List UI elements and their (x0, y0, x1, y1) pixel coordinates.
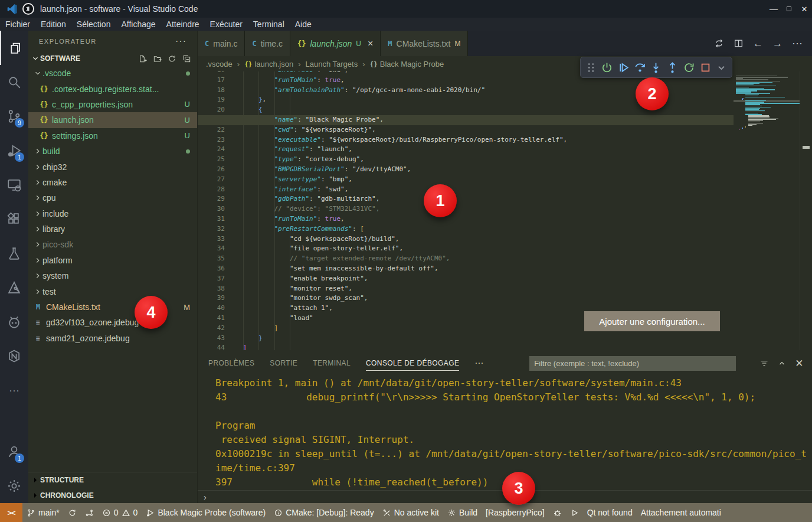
remote-indicator[interactable]: >< (0, 503, 22, 522)
tree-item-c-cpp-properties-json[interactable]: {}c_cpp_properties.jsonU (28, 97, 197, 112)
menu-item-s-lection[interactable]: Sélection (71, 18, 116, 31)
panel-more-icon[interactable]: ⋯ (474, 358, 484, 368)
tree-item-settings-json[interactable]: {}settings.jsonU (28, 128, 197, 143)
tree-item-cmakelists-txt[interactable]: MCMakeLists.txtM (28, 299, 197, 315)
status-item-play[interactable] (566, 508, 583, 517)
menu-item-terminal[interactable]: Terminal (248, 18, 290, 31)
debug-console-output[interactable]: Breakpoint 1, main () at /mnt/data/git/o… (198, 376, 812, 490)
tree-item-pico-sdk[interactable]: pico-sdk (28, 237, 197, 252)
platformio-icon[interactable] (0, 305, 28, 339)
status-item-bug[interactable] (549, 508, 566, 517)
close-icon[interactable]: ✕ (795, 358, 804, 368)
grip-icon[interactable] (585, 61, 597, 74)
tree-item-build[interactable]: build (28, 143, 197, 159)
tree-item-library[interactable]: library (28, 221, 197, 237)
tree-item-gd32vf103-ozone-jdebug[interactable]: ≡gd32vf103_ozone.jdebug (28, 315, 197, 330)
tree-item-cmake[interactable]: cmake (28, 175, 197, 190)
tree-item-cortex-debug-registers-stat[interactable]: {}.cortex-debug.registers.stat... (28, 81, 197, 96)
status-item-raspberrypico[interactable]: [RaspberryPico] (482, 508, 549, 517)
minimap[interactable] (734, 72, 800, 350)
menu-item-edition[interactable]: Edition (35, 18, 71, 31)
arrow-left-icon[interactable]: ← (753, 38, 763, 49)
status-item-sync[interactable] (64, 508, 81, 517)
new-folder-icon[interactable] (153, 54, 162, 63)
tree-item-include[interactable]: include (28, 206, 197, 221)
explorer-icon[interactable] (0, 31, 28, 65)
account-icon[interactable]: 1 (0, 435, 28, 469)
status-item-no-active-kit[interactable]: No active kit (378, 508, 443, 517)
tree-item-chip32[interactable]: chip32 (28, 159, 197, 174)
tab-time-c[interactable]: Ctime.c (245, 31, 290, 56)
collapse-all-icon[interactable] (182, 54, 191, 63)
breadcrumb-item-launch-targets[interactable]: Launch Targets (306, 60, 358, 68)
step-into-icon[interactable] (650, 61, 662, 74)
section-chronologie[interactable]: CHRONOLOGIE (28, 488, 197, 503)
continue-icon[interactable] (617, 61, 630, 74)
workspace-section-header[interactable]: SOFTWARE (28, 51, 197, 66)
panel-tab-terminal[interactable]: TERMINAL (313, 350, 351, 376)
tree-item-launch-json[interactable]: {}launch.jsonU (28, 112, 197, 128)
settings-icon[interactable] (0, 469, 28, 503)
menu-item-aide[interactable]: Aide (290, 18, 317, 31)
arrow-right-icon[interactable]: → (772, 38, 782, 49)
close-button[interactable]: ✕ (797, 0, 812, 18)
search-icon[interactable] (0, 65, 28, 99)
tree-item-test[interactable]: test (28, 283, 197, 299)
step-out-icon[interactable] (666, 61, 679, 74)
add-configuration-button[interactable]: Ajouter une configuration... (584, 311, 720, 331)
source-control-icon[interactable]: 9 (0, 99, 28, 133)
status-item-gitgraph[interactable] (81, 508, 98, 517)
panel-tab-console-de-d-bogage[interactable]: CONSOLE DE DÉBOGAGE (366, 350, 459, 376)
debug-console-filter-input[interactable] (529, 356, 736, 371)
refresh-icon[interactable] (168, 54, 176, 63)
panel-tab-probl-mes[interactable]: PROBLÈMES (208, 350, 254, 376)
breadcrumb-item-launch-json[interactable]: {}launch.json (244, 60, 293, 68)
tab-cmakelists-txt[interactable]: MCMakeLists.txtM (381, 31, 468, 56)
test-icon[interactable] (0, 236, 28, 270)
extensions-icon[interactable] (0, 202, 28, 236)
tree-item-cpu[interactable]: cpu (28, 190, 197, 205)
chevron-up-icon[interactable] (777, 358, 787, 368)
split-editor-icon[interactable] (734, 38, 744, 48)
status-item-attachement-automati[interactable]: Attachement automati (637, 508, 725, 517)
section-structure[interactable]: STRUCTURE (28, 472, 197, 488)
power-icon[interactable] (601, 61, 613, 74)
tree-item-samd21-ozone-jdebug[interactable]: ≡samd21_ozone.jdebug (28, 331, 197, 346)
code-editor[interactable]: 1617181920212223242526272829303132333435… (198, 71, 812, 350)
new-file-icon[interactable] (138, 54, 147, 63)
tab-launch-json[interactable]: {}launch.jsonU× (290, 31, 381, 56)
problems-status[interactable]: 00 (98, 508, 142, 517)
nx-icon[interactable] (0, 339, 28, 373)
menu-item-affichage[interactable]: Affichage (116, 18, 161, 31)
panel-tab-sortie[interactable]: SORTIE (270, 350, 297, 376)
step-over-icon[interactable] (634, 61, 646, 74)
chevron-down-icon[interactable] (715, 61, 728, 74)
tree-item-vscode[interactable]: .vscode (28, 66, 197, 81)
cmake-icon[interactable] (0, 270, 28, 305)
status-item-main[interactable]: main* (22, 508, 64, 517)
filter-icon[interactable] (759, 358, 769, 368)
ellipsis-icon[interactable]: ··· (792, 38, 803, 49)
overview-ruler[interactable] (800, 71, 812, 350)
tree-item-system[interactable]: system (28, 268, 197, 283)
open-changes-icon[interactable] (714, 38, 724, 48)
tab-main-c[interactable]: Cmain.c (198, 31, 245, 56)
menu-item-ex-cuter[interactable]: Exécuter (205, 18, 248, 31)
restart-icon[interactable] (683, 61, 695, 74)
remote-explorer-icon[interactable] (0, 168, 28, 202)
ellipsis-icon[interactable]: ··· (0, 373, 28, 407)
run-debug-icon[interactable]: 1 (0, 133, 28, 168)
breadcrumb-item-black-magic-probe[interactable]: {}Black Magic Probe (370, 60, 444, 68)
close-icon[interactable]: × (368, 38, 373, 49)
tree-item-platform[interactable]: platform (28, 253, 197, 268)
breadcrumb-item-vscode[interactable]: .vscode (206, 60, 233, 68)
stop-icon[interactable] (699, 61, 712, 74)
minimize-button[interactable]: — (766, 0, 781, 18)
status-item-build[interactable]: Build (443, 508, 482, 517)
menu-item-fichier[interactable]: Fichier (0, 18, 35, 31)
status-item-qt-not-found[interactable]: Qt not found (583, 508, 637, 517)
maximize-button[interactable] (781, 0, 797, 18)
sidebar-more-actions-icon[interactable]: ··· (175, 36, 186, 47)
status-item-cmake-debug-ready[interactable]: CMake: [Debug]: Ready (270, 508, 378, 517)
menu-item-atteindre[interactable]: Atteindre (161, 18, 205, 31)
